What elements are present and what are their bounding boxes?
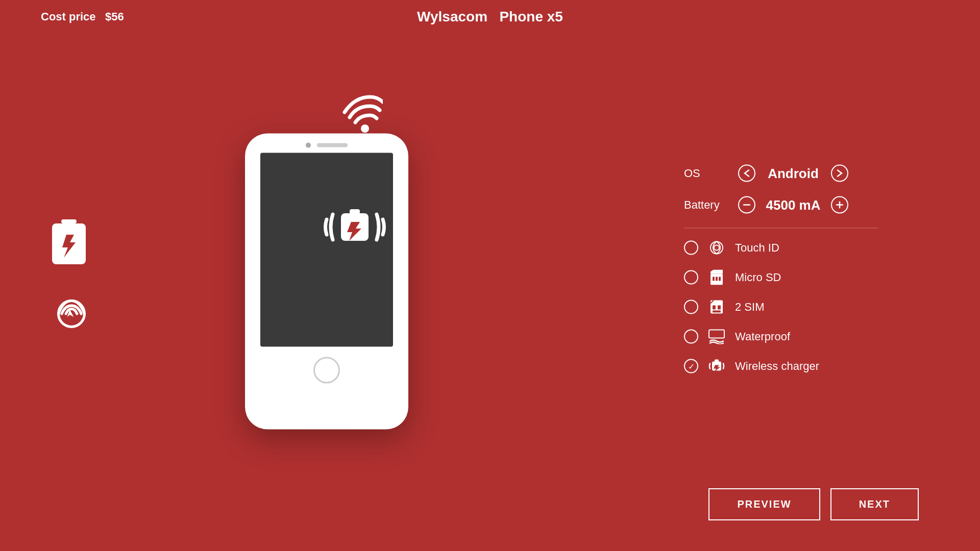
- divider: [684, 228, 878, 229]
- touch-id-label: Touch ID: [735, 241, 779, 255]
- left-icons: [51, 219, 92, 332]
- product-title: Wylsacom Phone x5: [417, 9, 563, 25]
- svg-rect-14: [718, 306, 721, 310]
- svg-rect-15: [713, 311, 721, 313]
- feature-2-sim: 2 SIM: [684, 298, 878, 316]
- 2-sim-checkbox[interactable]: [684, 300, 698, 314]
- preview-button[interactable]: PREVIEW: [708, 488, 820, 520]
- cost-price: Cost price $56: [41, 10, 124, 23]
- waterproof-label: Waterproof: [735, 330, 790, 343]
- micro-sd-checkbox[interactable]: [684, 270, 698, 285]
- battery-label: Battery: [684, 198, 730, 212]
- battery-value: 4500 mA: [763, 197, 824, 213]
- wireless-charger-checkbox[interactable]: [684, 359, 698, 373]
- svg-rect-5: [350, 209, 360, 214]
- svg-rect-13: [713, 306, 716, 310]
- wifi-icon-float: [337, 92, 383, 135]
- svg-rect-0: [61, 219, 77, 223]
- os-label: OS: [684, 167, 730, 180]
- battery-decrease-button[interactable]: [738, 196, 755, 214]
- touch-id-icon: [707, 239, 726, 257]
- phone-camera: [306, 143, 311, 148]
- 2-sim-icon: [707, 298, 726, 316]
- touch-id-checkbox[interactable]: [684, 241, 698, 255]
- svg-rect-16: [709, 330, 724, 338]
- product-name: Wylsacom: [417, 9, 487, 24]
- battery-control: 4500 mA: [738, 196, 848, 214]
- os-row: OS Android: [684, 165, 878, 182]
- svg-rect-10: [716, 277, 718, 281]
- phone-home-button: [313, 357, 340, 384]
- wireless-charger-icon: [707, 357, 726, 375]
- phone-top-bar: [245, 134, 408, 148]
- micro-sd-label: Micro SD: [735, 271, 781, 284]
- 2-sim-label: 2 SIM: [735, 300, 764, 314]
- micro-sd-icon: [707, 268, 726, 287]
- svg-point-7: [714, 245, 719, 251]
- feature-touch-id: Touch ID: [684, 239, 878, 257]
- wireless-charger-label: Wireless charger: [735, 360, 819, 373]
- feature-micro-sd: Micro SD: [684, 268, 878, 287]
- top-bar: Cost price $56 Wylsacom Phone x5: [0, 10, 980, 23]
- os-value: Android: [763, 165, 824, 181]
- feature-wireless-charger: Wireless charger: [684, 357, 878, 375]
- waterproof-icon: [707, 328, 726, 346]
- specs-panel: OS Android Battery 4500 mA: [684, 165, 878, 387]
- battery-row: Battery 4500 mA: [684, 196, 878, 214]
- feature-waterproof: Waterproof: [684, 328, 878, 346]
- svg-rect-9: [713, 277, 715, 281]
- battery-increase-button[interactable]: [831, 196, 848, 214]
- svg-rect-18: [715, 360, 719, 362]
- os-next-button[interactable]: [831, 165, 848, 182]
- phone-illustration: [245, 134, 408, 430]
- battery-icon-left: [51, 219, 87, 265]
- cost-value: $56: [105, 10, 124, 23]
- product-model: Phone x5: [499, 9, 562, 24]
- next-button[interactable]: NEXT: [830, 488, 919, 520]
- vibrate-icon-float: [322, 204, 388, 252]
- svg-rect-11: [719, 277, 721, 281]
- bottom-buttons: PREVIEW NEXT: [708, 488, 919, 520]
- phone-speaker: [317, 143, 348, 147]
- os-prev-button[interactable]: [738, 165, 755, 182]
- svg-point-3: [361, 124, 369, 133]
- phone-body: [245, 134, 408, 430]
- waterproof-checkbox[interactable]: [684, 330, 698, 344]
- os-control: Android: [738, 165, 848, 182]
- cost-label: Cost price: [41, 10, 96, 23]
- svg-point-6: [710, 242, 723, 254]
- wireless-charging-icon-left: [51, 296, 92, 332]
